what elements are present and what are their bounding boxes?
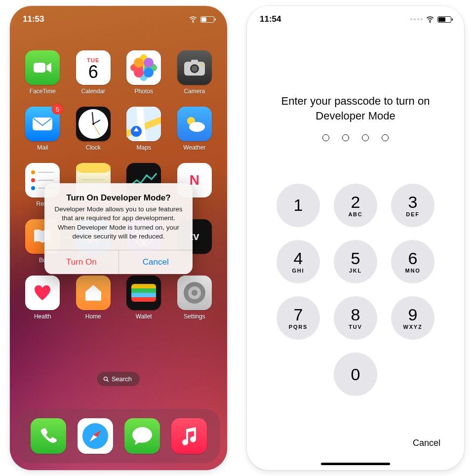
passcode-dot (382, 134, 389, 141)
search-icon (103, 376, 109, 382)
settings-icon (177, 276, 212, 310)
news-glyph: N (190, 172, 199, 188)
svg-point-31 (104, 377, 107, 380)
app-weather[interactable]: Weather (175, 107, 215, 151)
svg-point-19 (189, 122, 205, 132)
passcode-dots (247, 134, 464, 141)
key-4[interactable]: 4GHI (276, 240, 320, 283)
status-bar: 11:53 (10, 6, 227, 33)
home-icon (76, 276, 111, 310)
app-clock[interactable]: Clock (74, 107, 114, 151)
app-label: Mail (37, 144, 48, 151)
svg-rect-20 (76, 163, 111, 173)
svg-rect-13 (191, 60, 198, 63)
key-9[interactable]: 9WXYZ (391, 296, 434, 340)
dock-safari[interactable] (78, 418, 113, 454)
search-label: Search (112, 375, 132, 383)
app-label: Calendar (81, 88, 105, 95)
app-label: FaceTime (30, 88, 56, 95)
app-label: Settings (184, 313, 205, 320)
app-mail[interactable]: 5 Mail (23, 107, 63, 151)
app-camera[interactable]: Camera (175, 50, 215, 95)
health-icon (25, 276, 60, 310)
app-label: Weather (183, 144, 205, 151)
status-bar: 11:54 (247, 6, 464, 33)
calendar-icon: TUE 6 (76, 50, 111, 85)
app-label: Clock (86, 144, 101, 151)
key-8[interactable]: 8TUV (334, 296, 377, 340)
passcode-title: Enter your passcode to turn on Developer… (247, 94, 464, 123)
passcode-phone: 11:54 Enter your passcode to turn on Dev… (247, 6, 464, 470)
app-calendar[interactable]: TUE 6 Calendar (74, 50, 114, 95)
wallet-icon (126, 276, 161, 310)
passcode-dot (362, 134, 369, 141)
app-label: Health (34, 313, 51, 320)
wifi-icon (189, 15, 198, 24)
alert-message: Developer Mode allows you to use feature… (44, 205, 193, 250)
camera-icon (177, 50, 212, 85)
app-label: Photos (135, 88, 153, 95)
app-label: Home (85, 313, 101, 320)
svg-point-12 (192, 66, 198, 72)
app-health[interactable]: Health (23, 276, 63, 320)
dock-messages[interactable] (124, 418, 160, 454)
mail-badge: 5 (52, 104, 63, 115)
passcode-dot (342, 134, 349, 141)
key-3[interactable]: 3DEF (391, 184, 434, 227)
battery-icon (200, 16, 214, 23)
wifi-icon (426, 15, 434, 24)
mail-icon: 5 (25, 107, 60, 141)
clock-icon (76, 107, 111, 141)
weather-icon (177, 107, 212, 141)
status-time: 11:53 (23, 14, 44, 24)
dock-music[interactable] (171, 418, 207, 454)
svg-point-0 (193, 22, 194, 23)
maps-icon (126, 107, 161, 141)
svg-point-14 (201, 63, 203, 65)
key-7[interactable]: 7PQRS (276, 296, 320, 340)
key-6[interactable]: 6MNO (391, 240, 434, 283)
app-photos[interactable]: Photos (124, 50, 164, 95)
app-home[interactable]: Home (74, 276, 114, 320)
photos-icon (126, 50, 161, 85)
search-pill[interactable]: Search (97, 372, 140, 386)
alert-turn-on-button[interactable]: Turn On (44, 250, 119, 274)
app-label: Maps (137, 144, 151, 151)
app-facetime[interactable]: FaceTime (23, 50, 63, 95)
passcode-screen: 11:54 Enter your passcode to turn on Dev… (247, 6, 464, 470)
key-0[interactable]: 0 (334, 353, 377, 396)
cellular-icon (410, 18, 423, 20)
home-screen-phone: 11:53 FaceTime TUE 6 Calen (10, 6, 227, 470)
svg-point-35 (430, 22, 431, 23)
battery-icon (437, 16, 451, 23)
facetime-icon (25, 50, 60, 85)
home-indicator[interactable] (321, 463, 390, 465)
status-time: 11:54 (260, 14, 281, 24)
passcode-dot (322, 134, 329, 141)
alert-title: Turn On Developer Mode? (44, 183, 193, 205)
app-label: Wallet (136, 313, 152, 320)
svg-line-32 (107, 380, 109, 382)
key-2[interactable]: 2ABC (334, 184, 377, 227)
key-5[interactable]: 5JKL (334, 240, 377, 283)
app-label: Camera (184, 88, 205, 95)
svg-rect-1 (34, 63, 45, 73)
dock (17, 409, 220, 463)
dock-phone[interactable] (31, 418, 66, 454)
app-settings[interactable]: Settings (175, 276, 215, 320)
svg-point-30 (192, 290, 198, 296)
keypad: 1 2ABC 3DEF 4GHI 5JKL 6MNO 7PQRS 8TUV 9W… (247, 184, 464, 396)
alert-cancel-button[interactable]: Cancel (119, 250, 193, 274)
app-maps[interactable]: Maps (124, 107, 164, 151)
key-1[interactable]: 1 (276, 184, 320, 227)
calendar-dom: 6 (88, 63, 98, 81)
app-wallet[interactable]: Wallet (124, 276, 164, 320)
developer-mode-alert: Turn On Developer Mode? Developer Mode a… (44, 183, 193, 274)
passcode-cancel-button[interactable]: Cancel (413, 438, 440, 448)
